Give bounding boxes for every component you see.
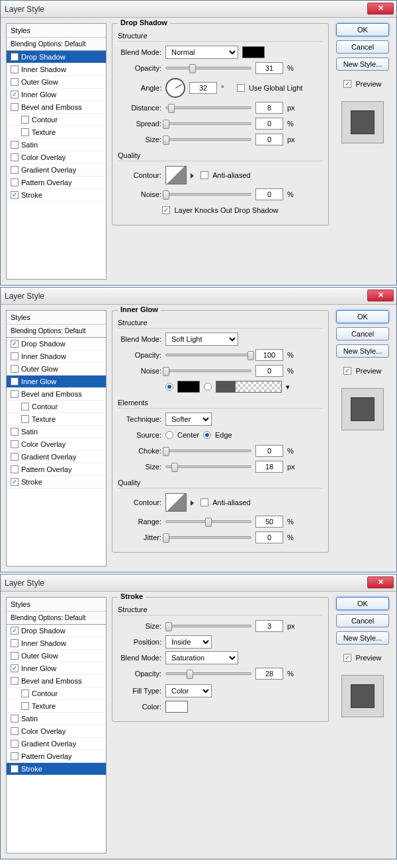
blend-mode-select[interactable]: Soft Light (165, 333, 238, 346)
checkbox-icon[interactable] (11, 740, 19, 748)
style-item-gradient-overlay[interactable]: Gradient Overlay (7, 738, 106, 750)
chevron-down-icon[interactable] (191, 173, 194, 178)
distance-input[interactable] (255, 102, 283, 114)
style-item-color-overlay[interactable]: Color Overlay (7, 438, 106, 451)
style-item-gradient-overlay[interactable]: Gradient Overlay (7, 164, 106, 177)
noise-slider[interactable] (165, 193, 251, 196)
new-style-button[interactable]: New Style... (336, 344, 389, 358)
checkbox-icon[interactable] (11, 639, 19, 647)
blend-mode-select[interactable]: Saturation (165, 651, 238, 664)
checkbox-icon[interactable] (21, 702, 29, 710)
chevron-down-icon[interactable]: ▾ (286, 383, 290, 391)
position-select[interactable]: Inside (165, 635, 212, 649)
gradient-swatch[interactable] (216, 381, 282, 393)
checkbox-icon[interactable] (11, 478, 19, 486)
noise-input[interactable] (255, 365, 283, 377)
style-item-drop-shadow[interactable]: Drop Shadow (7, 51, 106, 63)
style-item-color-overlay[interactable]: Color Overlay (7, 151, 106, 164)
preview-toggle[interactable]: Preview (343, 364, 381, 377)
style-item-color-overlay[interactable]: Color Overlay (7, 725, 106, 738)
style-item-satin[interactable]: Satin (7, 713, 106, 725)
spread-input[interactable] (255, 118, 283, 130)
contour-swatch[interactable] (165, 493, 187, 512)
size-slider[interactable] (165, 465, 251, 468)
checkbox-icon[interactable] (11, 65, 19, 73)
checkbox-icon[interactable] (11, 727, 19, 735)
knocks-out-checkbox[interactable] (162, 206, 170, 214)
checkbox-icon[interactable] (11, 377, 19, 385)
checkbox-icon[interactable] (343, 80, 351, 88)
checkbox-icon[interactable] (11, 53, 19, 61)
style-item-bevel-and-emboss[interactable]: Bevel and Emboss (7, 675, 106, 688)
blending-options-row[interactable]: Blending Options: Default (7, 38, 106, 51)
color-swatch[interactable] (242, 46, 265, 58)
style-item-pattern-overlay[interactable]: Pattern Overlay (7, 463, 106, 476)
technique-select[interactable]: Softer (165, 413, 212, 426)
ok-button[interactable]: OK (336, 597, 389, 610)
range-slider[interactable] (165, 520, 251, 523)
style-item-gradient-overlay[interactable]: Gradient Overlay (7, 451, 106, 463)
style-item-inner-shadow[interactable]: Inner Shadow (7, 637, 106, 650)
opacity-slider[interactable] (165, 672, 251, 675)
slider-thumb[interactable] (163, 447, 169, 456)
anti-aliased-checkbox[interactable] (200, 498, 208, 506)
opacity-slider[interactable] (165, 354, 251, 356)
checkbox-icon[interactable] (11, 453, 19, 461)
style-item-drop-shadow[interactable]: Drop Shadow (7, 625, 106, 637)
checkbox-icon[interactable] (11, 78, 19, 86)
jitter-input[interactable] (255, 532, 283, 543)
color-swatch[interactable] (165, 701, 188, 713)
checkbox-icon[interactable] (21, 116, 29, 124)
close-icon[interactable]: ✕ (367, 576, 394, 588)
style-item-outer-glow[interactable]: Outer Glow (7, 363, 106, 375)
close-icon[interactable]: ✕ (367, 290, 394, 301)
choke-slider[interactable] (165, 450, 251, 452)
ok-button[interactable]: OK (336, 23, 389, 36)
slider-thumb[interactable] (163, 190, 169, 200)
style-item-contour[interactable]: Contour (7, 114, 106, 126)
checkbox-icon[interactable] (11, 664, 19, 672)
style-item-texture[interactable]: Texture (7, 413, 106, 426)
style-item-inner-shadow[interactable]: Inner Shadow (7, 350, 106, 363)
new-style-button[interactable]: New Style... (336, 58, 389, 71)
style-item-satin[interactable]: Satin (7, 139, 106, 151)
noise-input[interactable] (255, 188, 283, 200)
style-item-outer-glow[interactable]: Outer Glow (7, 650, 106, 662)
slider-thumb[interactable] (163, 367, 169, 376)
style-item-contour[interactable]: Contour (7, 401, 106, 413)
style-item-stroke[interactable]: Stroke (7, 763, 106, 775)
source-edge-radio[interactable] (203, 431, 211, 439)
checkbox-icon[interactable] (11, 352, 19, 360)
opacity-input[interactable] (255, 668, 283, 680)
checkbox-icon[interactable] (21, 403, 29, 411)
new-style-button[interactable]: New Style... (336, 631, 389, 645)
checkbox-icon[interactable] (11, 752, 19, 760)
close-icon[interactable]: ✕ (367, 3, 394, 15)
distance-slider[interactable] (165, 106, 251, 109)
slider-thumb[interactable] (165, 622, 172, 631)
style-item-texture[interactable]: Texture (7, 700, 106, 713)
opacity-slider[interactable] (165, 67, 251, 69)
style-item-inner-shadow[interactable]: Inner Shadow (7, 63, 106, 76)
checkbox-icon[interactable] (11, 191, 19, 199)
titlebar[interactable]: Layer Style✕ (1, 288, 396, 305)
contour-swatch[interactable] (165, 166, 187, 184)
cancel-button[interactable]: Cancel (336, 327, 389, 340)
size-slider[interactable] (165, 138, 251, 141)
checkbox-icon[interactable] (343, 367, 351, 375)
size-slider[interactable] (165, 625, 251, 627)
preview-toggle[interactable]: Preview (343, 77, 381, 91)
source-center-radio[interactable] (165, 431, 173, 439)
style-item-pattern-overlay[interactable]: Pattern Overlay (7, 750, 106, 763)
slider-thumb[interactable] (171, 463, 178, 472)
style-item-drop-shadow[interactable]: Drop Shadow (7, 338, 106, 350)
checkbox-icon[interactable] (11, 428, 19, 436)
style-item-bevel-and-emboss[interactable]: Bevel and Emboss (7, 101, 106, 114)
jitter-slider[interactable] (165, 536, 251, 539)
slider-thumb[interactable] (163, 136, 169, 145)
color-solid-radio[interactable] (165, 383, 173, 391)
style-item-pattern-overlay[interactable]: Pattern Overlay (7, 177, 106, 189)
checkbox-icon[interactable] (11, 365, 19, 373)
color-swatch[interactable] (177, 381, 200, 393)
blending-options-row[interactable]: Blending Options: Default (7, 612, 106, 625)
